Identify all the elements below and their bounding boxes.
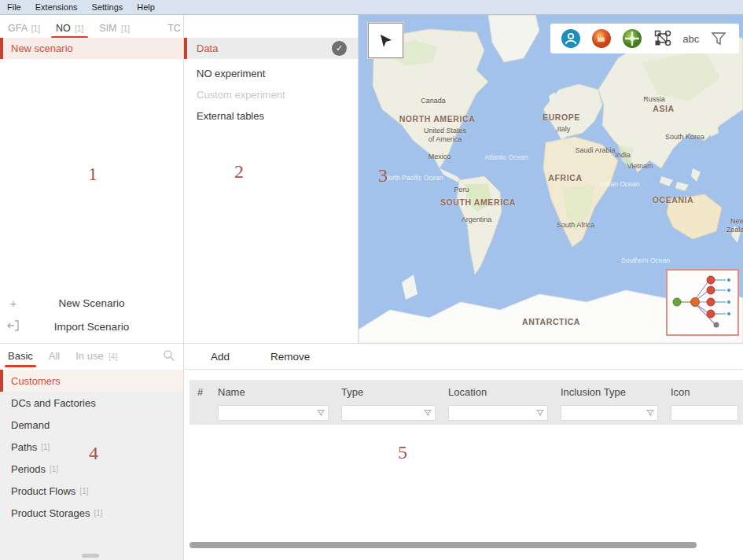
horizontal-scrollbar[interactable] bbox=[189, 542, 697, 548]
menu-settings[interactable]: Settings bbox=[85, 2, 131, 12]
section-item-no-experiment[interactable]: NO experiment bbox=[184, 63, 358, 84]
column-header-location[interactable]: Location bbox=[440, 386, 553, 398]
filter-input-location[interactable] bbox=[448, 405, 548, 421]
map-cursor-tool-button[interactable] bbox=[368, 23, 403, 58]
filter-input-name[interactable] bbox=[218, 405, 329, 421]
table-item-count: [1] bbox=[79, 487, 88, 496]
tab-sim-count: [1] bbox=[121, 24, 130, 33]
section-custom-experiment-label: Custom experiment bbox=[197, 89, 285, 101]
table-action-bar: Add Remove bbox=[184, 344, 743, 370]
check-circle-icon: ✓ bbox=[332, 41, 347, 56]
funnel-icon bbox=[536, 409, 544, 417]
new-scenario-button[interactable]: + New Scenario bbox=[0, 291, 183, 315]
filter-input-inclusion-type[interactable] bbox=[561, 405, 658, 421]
tab-no[interactable]: NO [1] bbox=[48, 21, 91, 37]
column-header-icon[interactable]: Icon bbox=[663, 386, 743, 398]
table-item-demand[interactable]: Demand bbox=[0, 414, 183, 436]
filter-tab-basic[interactable]: Basic bbox=[0, 347, 41, 367]
network-structure-preview[interactable] bbox=[666, 269, 739, 336]
list-scroll-handle[interactable] bbox=[82, 554, 99, 558]
section-external-tables-label: External tables bbox=[197, 110, 264, 122]
new-scenario-label: New Scenario bbox=[27, 297, 156, 309]
plus-icon: + bbox=[0, 297, 27, 310]
filter-tab-in-use[interactable]: In use [4] bbox=[68, 347, 125, 367]
tab-sim-label: SIM bbox=[99, 23, 116, 34]
tab-sim[interactable]: SIM [1] bbox=[91, 21, 138, 37]
show-labels-button[interactable]: abc bbox=[682, 33, 699, 45]
filter-tab-in-use-label: In use bbox=[75, 350, 103, 362]
table-header-row: # Name Type Location Inclusion Type Icon bbox=[189, 380, 743, 403]
show-network-icon[interactable] bbox=[652, 28, 674, 50]
menubar: File Extensions Settings Help bbox=[0, 0, 743, 15]
table-item-label: Demand bbox=[11, 419, 50, 431]
table-item-product-storages[interactable]: Product Storages [1] bbox=[0, 502, 183, 524]
table-item-dcs-and-factories[interactable]: DCs and Factories bbox=[0, 392, 183, 414]
table-item-customers[interactable]: Customers bbox=[0, 370, 183, 392]
import-icon bbox=[0, 320, 27, 333]
tab-no-count: [1] bbox=[75, 24, 83, 33]
scenario-tabs: GFA [1] NO [1] SIM [1] TC bbox=[0, 20, 183, 38]
show-factories-icon[interactable] bbox=[590, 28, 612, 50]
import-scenario-button[interactable]: Import Scenario bbox=[0, 315, 183, 338]
map-filter-icon[interactable] bbox=[708, 28, 730, 50]
scenario-list-panel: New scenario + New Scenario Import Scena… bbox=[0, 38, 183, 342]
table-item-paths[interactable]: Paths [1] bbox=[0, 436, 183, 458]
funnel-icon bbox=[646, 409, 654, 417]
tables-list-panel: Customers DCs and Factories Demand Paths… bbox=[0, 370, 183, 560]
table-item-label: DCs and Factories bbox=[11, 397, 96, 409]
menu-help[interactable]: Help bbox=[130, 2, 162, 12]
section-item-external-tables[interactable]: External tables bbox=[184, 105, 358, 127]
menu-extensions[interactable]: Extensions bbox=[28, 2, 85, 12]
table-item-product-flows[interactable]: Product Flows [1] bbox=[0, 480, 183, 502]
scenario-item-label: New scenario bbox=[11, 42, 73, 54]
table-item-label: Customers bbox=[11, 375, 61, 387]
table-filter-tabs: Basic All In use [4] bbox=[0, 344, 183, 370]
world-map[interactable]: NORTH AMERICA SOUTH AMERICA EUROPE ASIA … bbox=[359, 15, 743, 343]
section-item-custom-experiment: Custom experiment bbox=[184, 84, 358, 105]
table-item-label: Periods bbox=[11, 463, 46, 475]
filter-tab-all[interactable]: All bbox=[41, 347, 68, 367]
search-icon[interactable] bbox=[163, 349, 175, 364]
column-header-index[interactable]: # bbox=[189, 386, 210, 398]
funnel-icon bbox=[424, 409, 432, 417]
column-header-name[interactable]: Name bbox=[210, 386, 333, 398]
menu-file[interactable]: File bbox=[0, 2, 28, 12]
tab-tc-label: TC bbox=[167, 23, 181, 34]
tab-gfa-label: GFA bbox=[8, 23, 27, 34]
show-customers-icon[interactable] bbox=[560, 28, 582, 50]
section-no-experiment-label: NO experiment bbox=[197, 68, 265, 79]
section-item-data[interactable]: Data ✓ bbox=[184, 38, 358, 59]
filter-input-icon[interactable] bbox=[671, 405, 738, 421]
tab-gfa-count: [1] bbox=[31, 24, 40, 33]
cursor-arrow-icon bbox=[377, 32, 395, 50]
table-filter-row bbox=[189, 403, 743, 425]
table-item-label: Product Flows bbox=[11, 485, 75, 497]
tab-no-label: NO bbox=[56, 23, 71, 34]
column-header-inclusion-type[interactable]: Inclusion Type bbox=[553, 386, 663, 398]
remove-button[interactable]: Remove bbox=[270, 351, 310, 363]
scenario-section-panel: Data ✓ NO experiment Custom experiment E… bbox=[184, 38, 358, 342]
data-table: # Name Type Location Inclusion Type Icon bbox=[189, 380, 743, 425]
map-toolbar: abc bbox=[550, 24, 739, 53]
tab-gfa[interactable]: GFA [1] bbox=[0, 21, 48, 37]
import-scenario-label: Import Scenario bbox=[27, 321, 156, 333]
tab-tc[interactable]: TC bbox=[160, 21, 183, 37]
table-item-periods[interactable]: Periods [1] bbox=[0, 458, 183, 480]
filter-input-type[interactable] bbox=[341, 405, 436, 421]
add-button[interactable]: Add bbox=[211, 351, 230, 363]
table-item-label: Product Storages bbox=[11, 507, 90, 519]
table-item-count: [1] bbox=[94, 509, 102, 518]
table-item-label: Paths bbox=[11, 441, 37, 453]
funnel-icon bbox=[317, 409, 325, 417]
column-header-type[interactable]: Type bbox=[333, 386, 440, 398]
scenario-item-new-scenario[interactable]: New scenario bbox=[0, 38, 183, 59]
app-window: File Extensions Settings Help GFA [1] NO… bbox=[0, 0, 743, 560]
show-dcs-icon[interactable] bbox=[621, 28, 643, 50]
section-data-label: Data bbox=[197, 42, 218, 54]
customers-table-panel: # Name Type Location Inclusion Type Icon bbox=[184, 370, 743, 560]
filter-tab-in-use-count: [4] bbox=[109, 352, 117, 361]
network-diagram bbox=[668, 271, 737, 334]
table-item-count: [1] bbox=[41, 443, 50, 451]
table-item-count: [1] bbox=[50, 465, 58, 473]
